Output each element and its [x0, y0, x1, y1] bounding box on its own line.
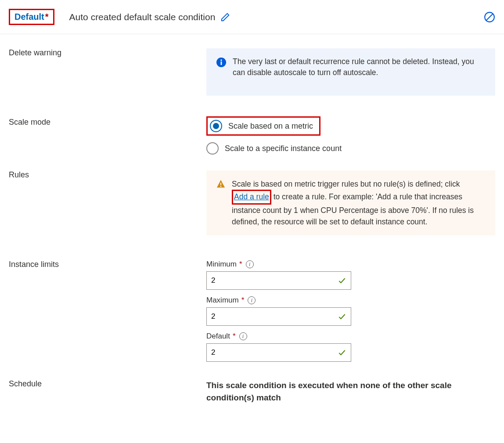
delete-warning-text: The very last or default recurrence rule… [233, 56, 486, 79]
required-star-icon: * [241, 296, 245, 305]
default-field-group: Default * i [206, 332, 495, 362]
svg-rect-3 [221, 61, 222, 65]
warning-icon [216, 179, 226, 189]
radio-dot-icon [213, 123, 219, 129]
rules-row: Rules Scale is based on metric trigger r… [9, 170, 495, 235]
rules-warning-banner: Scale is based on metric trigger rules b… [206, 170, 495, 235]
scale-mode-row: Scale mode Scale based on a metric Scale… [9, 118, 495, 162]
svg-point-6 [220, 186, 221, 187]
add-rule-link[interactable]: Add a rule [234, 192, 269, 201]
instance-limits-row: Instance limits Minimum * i Maximum [9, 260, 495, 368]
schedule-text: This scale condition is executed when no… [206, 379, 495, 403]
radio-scale-metric-label: Scale based on a metric [228, 122, 313, 131]
svg-point-4 [220, 59, 222, 61]
condition-name-chip[interactable]: Default* [9, 9, 54, 25]
required-star-icon: * [233, 332, 236, 341]
valid-check-icon [338, 312, 346, 321]
svg-line-1 [486, 14, 493, 20]
minimum-field-group: Minimum * i [206, 260, 495, 290]
delete-warning-label: Delete warning [9, 48, 206, 96]
maximum-input-wrap [206, 307, 351, 326]
minimum-input[interactable] [211, 276, 338, 285]
edit-icon[interactable] [220, 12, 230, 22]
maximum-input[interactable] [211, 312, 338, 321]
default-input-wrap [206, 343, 351, 362]
rules-label: Rules [9, 170, 206, 235]
radio-scale-instance[interactable] [206, 142, 219, 155]
rules-text-before: Scale is based on metric trigger rules b… [232, 180, 460, 188]
required-star-icon: * [45, 12, 49, 22]
info-tooltip-icon[interactable]: i [239, 332, 247, 340]
valid-check-icon [338, 348, 346, 357]
default-label: Default [206, 332, 230, 341]
page-title: Auto created default scale condition [69, 12, 216, 22]
schedule-row: Schedule This scale condition is execute… [9, 379, 495, 403]
radio-scale-instance-label: Scale to a specific instance count [225, 144, 342, 153]
delete-warning-banner: The very last or default recurrence rule… [206, 48, 495, 96]
schedule-label: Schedule [9, 379, 206, 403]
required-star-icon: * [239, 260, 242, 269]
info-tooltip-icon[interactable]: i [246, 260, 254, 268]
scale-mode-label: Scale mode [9, 118, 206, 162]
radio-scale-metric[interactable] [210, 120, 222, 132]
header-bar: Default* Auto created default scale cond… [0, 0, 504, 34]
default-input[interactable] [211, 348, 338, 357]
maximum-label: Maximum [206, 296, 239, 305]
instance-limits-label: Instance limits [9, 260, 206, 368]
rules-warning-text: Scale is based on metric trigger rules b… [232, 178, 486, 227]
delete-disabled-icon [484, 11, 495, 23]
condition-name-text: Default [14, 12, 44, 22]
info-tooltip-icon[interactable]: i [248, 296, 256, 304]
scale-mode-metric-highlight: Scale based on a metric [206, 116, 320, 136]
minimum-input-wrap [206, 271, 351, 290]
info-icon [216, 57, 227, 68]
valid-check-icon [338, 276, 346, 285]
svg-rect-5 [220, 183, 221, 185]
minimum-label: Minimum [206, 260, 237, 269]
delete-warning-row: Delete warning The very last or default … [9, 48, 495, 96]
add-rule-highlight: Add a rule [232, 190, 271, 204]
maximum-field-group: Maximum * i [206, 296, 495, 326]
